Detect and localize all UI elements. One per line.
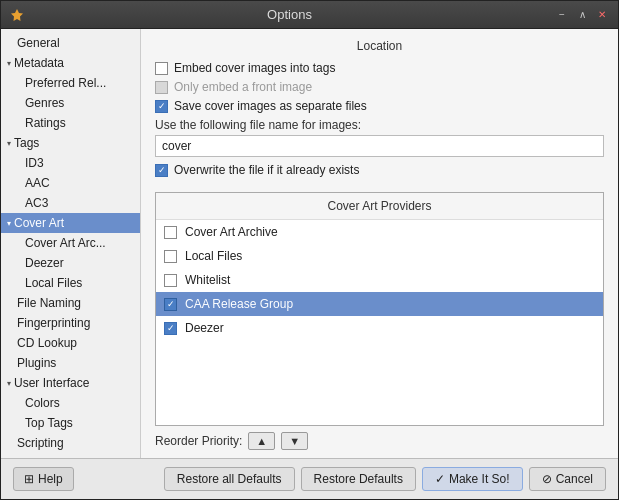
chevron-down-icon: ▾	[7, 219, 11, 228]
sidebar-item-genres[interactable]: Genres	[1, 93, 140, 113]
provider-wl-label: Whitelist	[185, 273, 230, 287]
make-it-so-label: Make It So!	[449, 472, 510, 486]
sidebar-item-ratings[interactable]: Ratings	[1, 113, 140, 133]
file-name-label: Use the following file name for images:	[155, 118, 604, 132]
sidebar-item-plugins[interactable]: Plugins	[1, 353, 140, 373]
provider-caa-label: Cover Art Archive	[185, 225, 278, 239]
sidebar-item-file-naming[interactable]: File Naming	[1, 293, 140, 313]
restore-defaults-button[interactable]: Restore Defaults	[301, 467, 416, 491]
reorder-row: Reorder Priority: ▲ ▼	[155, 432, 604, 450]
embed-front-checkbox[interactable]	[155, 81, 168, 94]
app-icon	[9, 7, 25, 23]
footer-right: Restore all Defaults Restore Defaults ✓ …	[164, 467, 606, 491]
provider-wl-checkbox[interactable]	[164, 274, 177, 287]
help-button[interactable]: ⊞ Help	[13, 467, 74, 491]
reorder-down-button[interactable]: ▼	[281, 432, 308, 450]
sidebar-item-scripting[interactable]: Scripting	[1, 433, 140, 453]
embed-cover-label: Embed cover images into tags	[174, 61, 335, 75]
provider-caa-release-group[interactable]: CAA Release Group	[156, 292, 603, 316]
titlebar: Options − ∧ ✕	[1, 1, 618, 29]
window-title: Options	[25, 7, 554, 22]
embed-front-label: Only embed a front image	[174, 80, 312, 94]
chevron-down-icon: ▾	[7, 59, 11, 68]
location-section: Location Embed cover images into tags On…	[141, 29, 618, 192]
sidebar-item-top-tags[interactable]: Top Tags	[1, 413, 140, 433]
main-content: General ▾ Metadata Preferred Rel... Genr…	[1, 29, 618, 458]
options-window: Options − ∧ ✕ General ▾ Metadata Preferr…	[0, 0, 619, 500]
embed-cover-checkbox[interactable]	[155, 62, 168, 75]
cancel-label: Cancel	[556, 472, 593, 486]
location-title: Location	[155, 39, 604, 53]
sidebar-item-fingerprinting[interactable]: Fingerprinting	[1, 313, 140, 333]
sidebar-item-cover-art-arc[interactable]: Cover Art Arc...	[1, 233, 140, 253]
providers-title: Cover Art Providers	[156, 193, 603, 220]
sidebar-item-cover-art[interactable]: ▾ Cover Art	[1, 213, 140, 233]
footer: ⊞ Help Restore all Defaults Restore Defa…	[1, 458, 618, 499]
cancel-icon: ⊘	[542, 472, 552, 486]
chevron-down-icon: ▾	[7, 139, 11, 148]
save-separate-row: Save cover images as separate files	[155, 99, 604, 113]
checkmark-icon: ✓	[435, 472, 445, 486]
provider-caa-rg-label: CAA Release Group	[185, 297, 293, 311]
overwrite-label: Overwrite the file if it already exists	[174, 163, 359, 177]
sidebar-item-metadata[interactable]: ▾ Metadata	[1, 53, 140, 73]
provider-caa-checkbox[interactable]	[164, 226, 177, 239]
provider-caa-rg-checkbox[interactable]	[164, 298, 177, 311]
sidebar-item-colors[interactable]: Colors	[1, 393, 140, 413]
embed-cover-row: Embed cover images into tags	[155, 61, 604, 75]
chevron-down-icon: ▾	[7, 379, 11, 388]
provider-cover-art-archive[interactable]: Cover Art Archive	[156, 220, 603, 244]
sidebar-item-general[interactable]: General	[1, 33, 140, 53]
reorder-label: Reorder Priority:	[155, 434, 242, 448]
providers-section: Cover Art Providers Cover Art Archive Lo…	[141, 192, 618, 458]
sidebar-item-aac[interactable]: AAC	[1, 173, 140, 193]
provider-deezer[interactable]: Deezer	[156, 316, 603, 340]
file-name-section: Use the following file name for images:	[155, 118, 604, 157]
sidebar-item-preferred-rel[interactable]: Preferred Rel...	[1, 73, 140, 93]
minimize-button[interactable]: −	[554, 7, 570, 23]
sidebar-item-id3[interactable]: ID3	[1, 153, 140, 173]
provider-local-files[interactable]: Local Files	[156, 244, 603, 268]
providers-box: Cover Art Providers Cover Art Archive Lo…	[155, 192, 604, 426]
window-controls: − ∧ ✕	[554, 7, 610, 23]
provider-lf-checkbox[interactable]	[164, 250, 177, 263]
footer-left: ⊞ Help	[13, 467, 74, 491]
reorder-up-button[interactable]: ▲	[248, 432, 275, 450]
help-icon: ⊞	[24, 472, 34, 486]
overwrite-checkbox[interactable]	[155, 164, 168, 177]
provider-deezer-checkbox[interactable]	[164, 322, 177, 335]
save-separate-checkbox[interactable]	[155, 100, 168, 113]
provider-deezer-label: Deezer	[185, 321, 224, 335]
restore-all-button[interactable]: Restore all Defaults	[164, 467, 295, 491]
overwrite-row: Overwrite the file if it already exists	[155, 163, 604, 177]
right-panel: Location Embed cover images into tags On…	[141, 29, 618, 458]
sidebar-item-deezer[interactable]: Deezer	[1, 253, 140, 273]
close-button[interactable]: ✕	[594, 7, 610, 23]
sidebar: General ▾ Metadata Preferred Rel... Genr…	[1, 29, 141, 458]
sidebar-item-user-interface[interactable]: ▾ User Interface	[1, 373, 140, 393]
sidebar-item-local-files[interactable]: Local Files	[1, 273, 140, 293]
maximize-button[interactable]: ∧	[574, 7, 590, 23]
make-it-so-button[interactable]: ✓ Make It So!	[422, 467, 523, 491]
sidebar-item-tags[interactable]: ▾ Tags	[1, 133, 140, 153]
cancel-button[interactable]: ⊘ Cancel	[529, 467, 606, 491]
save-separate-label: Save cover images as separate files	[174, 99, 367, 113]
file-name-input[interactable]	[155, 135, 604, 157]
provider-lf-label: Local Files	[185, 249, 242, 263]
help-label: Help	[38, 472, 63, 486]
embed-front-row: Only embed a front image	[155, 80, 604, 94]
sidebar-item-ac3[interactable]: AC3	[1, 193, 140, 213]
provider-whitelist[interactable]: Whitelist	[156, 268, 603, 292]
sidebar-item-cd-lookup[interactable]: CD Lookup	[1, 333, 140, 353]
